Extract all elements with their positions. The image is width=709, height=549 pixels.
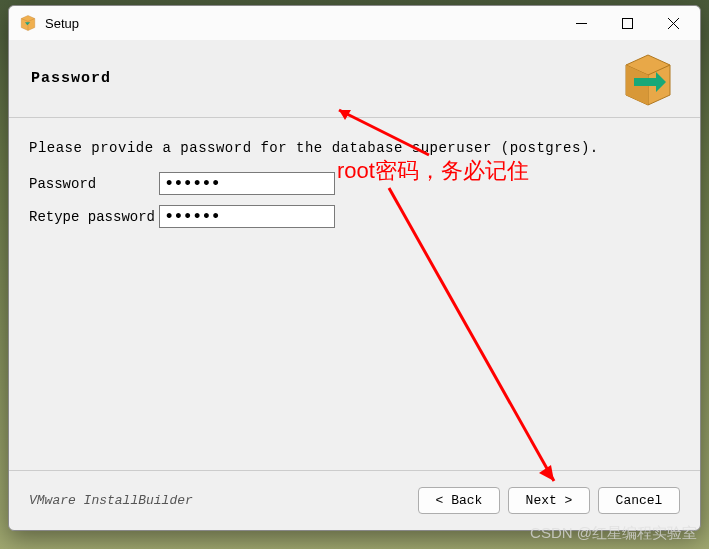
back-button[interactable]: < Back [418,487,500,514]
password-label: Password [29,176,159,192]
cancel-button[interactable]: Cancel [598,487,680,514]
next-button[interactable]: Next > [508,487,590,514]
content-area: Please provide a password for the databa… [9,118,700,470]
maximize-button[interactable] [604,7,650,39]
package-logo-icon [618,50,678,108]
window-title: Setup [45,16,558,31]
builder-label: VMware InstallBuilder [29,493,410,508]
page-title: Password [31,70,618,87]
app-icon [19,14,37,32]
wizard-header: Password [9,40,700,118]
annotation-text: root密码，务必记住 [337,156,529,186]
titlebar: Setup [9,6,700,40]
wizard-footer: VMware InstallBuilder < Back Next > Canc… [9,470,700,530]
annotation-arrow-bottom-icon [379,183,569,493]
password-input[interactable] [159,172,335,195]
window-controls [558,7,696,39]
retype-label: Retype password [29,209,159,225]
close-button[interactable] [650,7,696,39]
description-text: Please provide a password for the databa… [29,140,680,156]
retype-row: Retype password [29,205,680,228]
retype-password-input[interactable] [159,205,335,228]
svg-rect-0 [622,18,632,28]
minimize-button[interactable] [558,7,604,39]
setup-window: Setup Password Please provide a password… [8,5,701,531]
